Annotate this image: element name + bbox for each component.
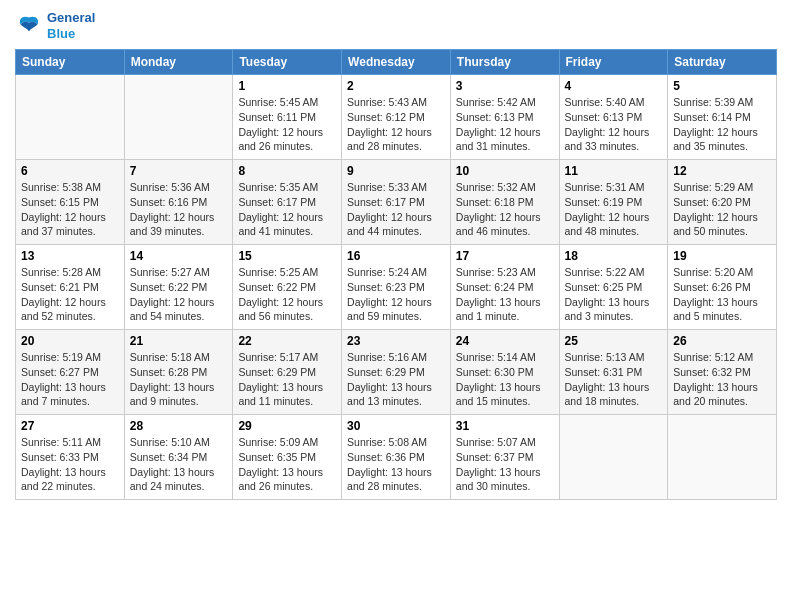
day-detail: Sunrise: 5:35 AMSunset: 6:17 PMDaylight:… bbox=[238, 180, 336, 239]
calendar-cell: 15Sunrise: 5:25 AMSunset: 6:22 PMDayligh… bbox=[233, 245, 342, 330]
day-number: 19 bbox=[673, 249, 771, 263]
calendar-cell: 7Sunrise: 5:36 AMSunset: 6:16 PMDaylight… bbox=[124, 160, 233, 245]
calendar-cell: 30Sunrise: 5:08 AMSunset: 6:36 PMDayligh… bbox=[342, 415, 451, 500]
calendar-cell: 9Sunrise: 5:33 AMSunset: 6:17 PMDaylight… bbox=[342, 160, 451, 245]
calendar-cell: 25Sunrise: 5:13 AMSunset: 6:31 PMDayligh… bbox=[559, 330, 668, 415]
calendar-cell: 12Sunrise: 5:29 AMSunset: 6:20 PMDayligh… bbox=[668, 160, 777, 245]
day-detail: Sunrise: 5:13 AMSunset: 6:31 PMDaylight:… bbox=[565, 350, 663, 409]
calendar-cell: 22Sunrise: 5:17 AMSunset: 6:29 PMDayligh… bbox=[233, 330, 342, 415]
calendar-cell: 24Sunrise: 5:14 AMSunset: 6:30 PMDayligh… bbox=[450, 330, 559, 415]
day-number: 29 bbox=[238, 419, 336, 433]
day-number: 14 bbox=[130, 249, 228, 263]
day-number: 31 bbox=[456, 419, 554, 433]
day-number: 13 bbox=[21, 249, 119, 263]
day-detail: Sunrise: 5:08 AMSunset: 6:36 PMDaylight:… bbox=[347, 435, 445, 494]
calendar-cell: 26Sunrise: 5:12 AMSunset: 6:32 PMDayligh… bbox=[668, 330, 777, 415]
day-number: 20 bbox=[21, 334, 119, 348]
calendar-cell: 10Sunrise: 5:32 AMSunset: 6:18 PMDayligh… bbox=[450, 160, 559, 245]
day-detail: Sunrise: 5:25 AMSunset: 6:22 PMDaylight:… bbox=[238, 265, 336, 324]
calendar-cell: 2Sunrise: 5:43 AMSunset: 6:12 PMDaylight… bbox=[342, 75, 451, 160]
day-number: 23 bbox=[347, 334, 445, 348]
calendar-cell: 27Sunrise: 5:11 AMSunset: 6:33 PMDayligh… bbox=[16, 415, 125, 500]
day-detail: Sunrise: 5:23 AMSunset: 6:24 PMDaylight:… bbox=[456, 265, 554, 324]
calendar-cell: 16Sunrise: 5:24 AMSunset: 6:23 PMDayligh… bbox=[342, 245, 451, 330]
day-detail: Sunrise: 5:43 AMSunset: 6:12 PMDaylight:… bbox=[347, 95, 445, 154]
week-row-2: 6Sunrise: 5:38 AMSunset: 6:15 PMDaylight… bbox=[16, 160, 777, 245]
week-row-1: 1Sunrise: 5:45 AMSunset: 6:11 PMDaylight… bbox=[16, 75, 777, 160]
week-row-3: 13Sunrise: 5:28 AMSunset: 6:21 PMDayligh… bbox=[16, 245, 777, 330]
day-number: 11 bbox=[565, 164, 663, 178]
day-number: 2 bbox=[347, 79, 445, 93]
day-detail: Sunrise: 5:07 AMSunset: 6:37 PMDaylight:… bbox=[456, 435, 554, 494]
week-row-5: 27Sunrise: 5:11 AMSunset: 6:33 PMDayligh… bbox=[16, 415, 777, 500]
day-number: 17 bbox=[456, 249, 554, 263]
weekday-header-sunday: Sunday bbox=[16, 50, 125, 75]
calendar-cell: 21Sunrise: 5:18 AMSunset: 6:28 PMDayligh… bbox=[124, 330, 233, 415]
calendar-cell: 23Sunrise: 5:16 AMSunset: 6:29 PMDayligh… bbox=[342, 330, 451, 415]
day-number: 16 bbox=[347, 249, 445, 263]
day-detail: Sunrise: 5:32 AMSunset: 6:18 PMDaylight:… bbox=[456, 180, 554, 239]
calendar-cell: 14Sunrise: 5:27 AMSunset: 6:22 PMDayligh… bbox=[124, 245, 233, 330]
day-detail: Sunrise: 5:42 AMSunset: 6:13 PMDaylight:… bbox=[456, 95, 554, 154]
calendar-cell bbox=[559, 415, 668, 500]
calendar-cell: 8Sunrise: 5:35 AMSunset: 6:17 PMDaylight… bbox=[233, 160, 342, 245]
calendar-cell: 3Sunrise: 5:42 AMSunset: 6:13 PMDaylight… bbox=[450, 75, 559, 160]
calendar-cell: 6Sunrise: 5:38 AMSunset: 6:15 PMDaylight… bbox=[16, 160, 125, 245]
day-detail: Sunrise: 5:24 AMSunset: 6:23 PMDaylight:… bbox=[347, 265, 445, 324]
day-detail: Sunrise: 5:10 AMSunset: 6:34 PMDaylight:… bbox=[130, 435, 228, 494]
page-header: General Blue bbox=[15, 10, 777, 41]
day-detail: Sunrise: 5:22 AMSunset: 6:25 PMDaylight:… bbox=[565, 265, 663, 324]
day-detail: Sunrise: 5:16 AMSunset: 6:29 PMDaylight:… bbox=[347, 350, 445, 409]
logo: General Blue bbox=[15, 10, 95, 41]
day-number: 8 bbox=[238, 164, 336, 178]
day-number: 21 bbox=[130, 334, 228, 348]
day-number: 27 bbox=[21, 419, 119, 433]
weekday-header-saturday: Saturday bbox=[668, 50, 777, 75]
calendar-cell: 5Sunrise: 5:39 AMSunset: 6:14 PMDaylight… bbox=[668, 75, 777, 160]
weekday-header-thursday: Thursday bbox=[450, 50, 559, 75]
day-number: 28 bbox=[130, 419, 228, 433]
day-detail: Sunrise: 5:14 AMSunset: 6:30 PMDaylight:… bbox=[456, 350, 554, 409]
day-number: 15 bbox=[238, 249, 336, 263]
day-number: 5 bbox=[673, 79, 771, 93]
day-detail: Sunrise: 5:18 AMSunset: 6:28 PMDaylight:… bbox=[130, 350, 228, 409]
day-number: 6 bbox=[21, 164, 119, 178]
day-detail: Sunrise: 5:27 AMSunset: 6:22 PMDaylight:… bbox=[130, 265, 228, 324]
calendar-cell: 1Sunrise: 5:45 AMSunset: 6:11 PMDaylight… bbox=[233, 75, 342, 160]
day-detail: Sunrise: 5:40 AMSunset: 6:13 PMDaylight:… bbox=[565, 95, 663, 154]
day-detail: Sunrise: 5:19 AMSunset: 6:27 PMDaylight:… bbox=[21, 350, 119, 409]
day-detail: Sunrise: 5:36 AMSunset: 6:16 PMDaylight:… bbox=[130, 180, 228, 239]
logo-icon bbox=[15, 12, 43, 40]
calendar-cell: 20Sunrise: 5:19 AMSunset: 6:27 PMDayligh… bbox=[16, 330, 125, 415]
day-detail: Sunrise: 5:39 AMSunset: 6:14 PMDaylight:… bbox=[673, 95, 771, 154]
weekday-header-row: SundayMondayTuesdayWednesdayThursdayFrid… bbox=[16, 50, 777, 75]
day-number: 22 bbox=[238, 334, 336, 348]
day-detail: Sunrise: 5:38 AMSunset: 6:15 PMDaylight:… bbox=[21, 180, 119, 239]
calendar-cell: 29Sunrise: 5:09 AMSunset: 6:35 PMDayligh… bbox=[233, 415, 342, 500]
day-number: 24 bbox=[456, 334, 554, 348]
day-number: 25 bbox=[565, 334, 663, 348]
calendar-cell bbox=[668, 415, 777, 500]
calendar-cell bbox=[16, 75, 125, 160]
calendar-cell: 13Sunrise: 5:28 AMSunset: 6:21 PMDayligh… bbox=[16, 245, 125, 330]
calendar-cell: 17Sunrise: 5:23 AMSunset: 6:24 PMDayligh… bbox=[450, 245, 559, 330]
day-detail: Sunrise: 5:45 AMSunset: 6:11 PMDaylight:… bbox=[238, 95, 336, 154]
logo-text: General Blue bbox=[47, 10, 95, 41]
day-number: 10 bbox=[456, 164, 554, 178]
calendar-cell: 18Sunrise: 5:22 AMSunset: 6:25 PMDayligh… bbox=[559, 245, 668, 330]
weekday-header-monday: Monday bbox=[124, 50, 233, 75]
calendar-cell: 19Sunrise: 5:20 AMSunset: 6:26 PMDayligh… bbox=[668, 245, 777, 330]
calendar-cell: 31Sunrise: 5:07 AMSunset: 6:37 PMDayligh… bbox=[450, 415, 559, 500]
calendar-cell bbox=[124, 75, 233, 160]
day-number: 4 bbox=[565, 79, 663, 93]
day-number: 3 bbox=[456, 79, 554, 93]
day-detail: Sunrise: 5:28 AMSunset: 6:21 PMDaylight:… bbox=[21, 265, 119, 324]
day-number: 26 bbox=[673, 334, 771, 348]
day-detail: Sunrise: 5:29 AMSunset: 6:20 PMDaylight:… bbox=[673, 180, 771, 239]
calendar-table: SundayMondayTuesdayWednesdayThursdayFrid… bbox=[15, 49, 777, 500]
day-detail: Sunrise: 5:12 AMSunset: 6:32 PMDaylight:… bbox=[673, 350, 771, 409]
week-row-4: 20Sunrise: 5:19 AMSunset: 6:27 PMDayligh… bbox=[16, 330, 777, 415]
weekday-header-friday: Friday bbox=[559, 50, 668, 75]
day-number: 12 bbox=[673, 164, 771, 178]
day-number: 1 bbox=[238, 79, 336, 93]
